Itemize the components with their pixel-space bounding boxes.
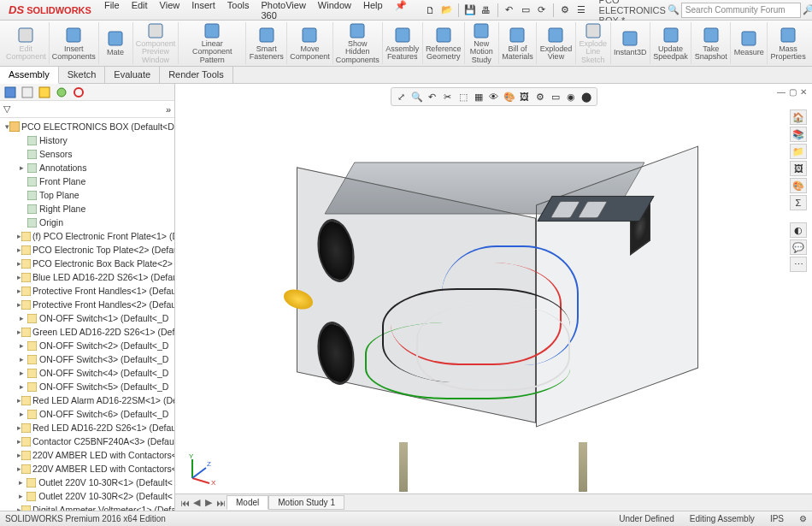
tab-assembly[interactable]: Assembly: [0, 67, 59, 84]
expand-icon[interactable]: ▸: [17, 163, 26, 172]
ribbon-bom[interactable]: Bill of Materials: [499, 22, 538, 64]
pv360-tab-icon[interactable]: ◐: [790, 222, 807, 238]
ribbon-reference-geometry[interactable]: Reference Geometry: [423, 22, 465, 64]
tree-component-item[interactable]: ▸Outlet 220V 10-30R<1> (Default<: [14, 476, 174, 489]
tab-nav-first-icon[interactable]: ⏮: [179, 498, 191, 508]
search-options-icon[interactable]: 🔎: [803, 4, 812, 15]
tree-component-item[interactable]: ▸220V AMBER LED with Contactors<2> (De: [14, 462, 174, 476]
config-manager-tab-icon[interactable]: [38, 86, 51, 99]
tree-item[interactable]: Origin: [14, 216, 174, 229]
status-units[interactable]: IPS: [770, 514, 784, 523]
design-library-icon[interactable]: 📚: [790, 127, 807, 142]
ribbon-assembly-features[interactable]: Assembly Features: [383, 22, 423, 64]
ribbon-instant3d[interactable]: Instant3D: [611, 22, 650, 64]
tree-component-item[interactable]: ▸ON-OFF Switch<3> (Default<_D: [14, 352, 174, 366]
tree-component-item[interactable]: ▸Protective Front Handles<2> (Default<: [14, 298, 174, 311]
tree-item[interactable]: History: [14, 133, 174, 147]
tree-component-item[interactable]: ▸Blue LED AD16-22D S26<1> (Default<: [14, 270, 174, 284]
expand-icon[interactable]: ▸: [17, 369, 26, 377]
tab-nav-last-icon[interactable]: ⏭: [215, 498, 227, 508]
tree-component-item[interactable]: ▸ON-OFF Switch<4> (Default<_D: [14, 366, 174, 380]
dimxpert-tab-icon[interactable]: [55, 86, 68, 99]
undo-icon[interactable]: ↶: [502, 3, 517, 18]
tree-component-item[interactable]: ▸ON-OFF Switch<2> (Default<_D: [14, 339, 174, 352]
tree-component-item[interactable]: ▸(f) PCO Electronic Front Plate<1> (Defa…: [14, 229, 174, 243]
tab-nav-prev-icon[interactable]: ◀: [191, 497, 203, 508]
custom-props-icon[interactable]: Σ: [790, 195, 807, 210]
ribbon-mate[interactable]: Mate: [99, 22, 133, 64]
ribbon-linear-pattern[interactable]: Linear Component Pattern: [179, 22, 246, 64]
tree-component-item[interactable]: ▸Protective Front Handles<1> (Default<: [14, 284, 174, 298]
rebuild-icon[interactable]: ⟳: [534, 3, 550, 18]
expand-icon[interactable]: ▸: [17, 314, 26, 322]
mdi-close-icon[interactable]: ✕: [800, 87, 807, 97]
tree-component-item[interactable]: ▸ON-OFF Switch<6> (Default<_D: [14, 407, 174, 421]
forum-tab-icon[interactable]: 💬: [790, 239, 807, 255]
tab-render-tools[interactable]: Render Tools: [160, 67, 233, 83]
ribbon-exploded-view[interactable]: Exploded View: [537, 22, 575, 64]
expand-icon[interactable]: ▸: [17, 478, 26, 487]
ribbon-snapshot[interactable]: Take Snapshot: [691, 22, 731, 64]
flyout-expand-icon[interactable]: »: [166, 104, 171, 115]
tree-component-item[interactable]: ▸Digital Ammeter Voltmeter<1> (Default<: [14, 503, 174, 511]
tree-component-item[interactable]: ▸Outlet 220V 10-30R<2> (Default<: [14, 489, 174, 503]
tree-component-item[interactable]: ▸Red LED AD16-22D S26<1> (Default<: [14, 421, 174, 434]
select-icon[interactable]: ▭: [518, 3, 533, 18]
tree-component-item[interactable]: ▸ON-OFF Switch<1> (Default<_D: [14, 311, 174, 325]
ribbon-speedpak[interactable]: Update Speedpak: [650, 22, 691, 64]
expand-icon[interactable]: ▸: [17, 341, 26, 350]
model-viewport[interactable]: [180, 101, 788, 492]
ribbon-mass-properties[interactable]: Mass Properties: [768, 22, 809, 64]
settings-icon[interactable]: ☰: [574, 3, 589, 18]
tree-item[interactable]: Front Plane: [14, 174, 174, 188]
tab-evaluate[interactable]: Evaluate: [105, 67, 160, 83]
expand-icon[interactable]: ▸: [17, 355, 26, 363]
tree-component-item[interactable]: ▸ON-OFF Switch<5> (Default<_D: [14, 380, 174, 393]
graphics-area[interactable]: — ▢ ✕ ⤢ 🔍 ↶ ✂ ⬚ ▦ 👁 🎨 🖼 ⚙ ▭ ◉ ⬤ 🏠 📚 📁 🖼 …: [175, 84, 812, 511]
tab-sketch[interactable]: Sketch: [59, 67, 106, 83]
mdi-maximize-icon[interactable]: ▢: [789, 87, 797, 97]
sw-resources-icon[interactable]: 🏠: [790, 109, 807, 125]
appearances-icon[interactable]: 🎨: [790, 178, 807, 193]
ribbon-show-hidden[interactable]: Show Hidden Components: [333, 22, 383, 64]
save-icon[interactable]: 💾: [462, 3, 478, 18]
tree-item[interactable]: Sensors: [14, 147, 174, 161]
feature-tree-tab-icon[interactable]: [3, 86, 17, 99]
expand-icon[interactable]: ▸: [17, 410, 26, 418]
new-doc-icon[interactable]: 🗋: [423, 3, 438, 18]
mdi-minimize-icon[interactable]: —: [777, 87, 786, 97]
tree-item[interactable]: ▸Annotations: [14, 161, 174, 174]
ribbon-measure[interactable]: Measure: [731, 22, 768, 64]
ribbon-move-component[interactable]: Move Component: [287, 22, 333, 64]
file-explorer-icon[interactable]: 📁: [790, 144, 807, 159]
tree-component-item[interactable]: ▸PCO Electronic Box Back Plate<2> (Defau: [14, 257, 174, 270]
search-input[interactable]: Search Community Forum: [681, 3, 801, 18]
tree-component-item[interactable]: ▸Contactor C25BNF240A<3> (Default<: [14, 434, 174, 448]
options-icon[interactable]: ⚙: [557, 3, 573, 18]
ribbon-motion-study[interactable]: New Motion Study: [465, 22, 499, 64]
expand-icon[interactable]: ▸: [17, 492, 26, 500]
tree-component-item[interactable]: ▸PCO Electronic Top Plate<2> (Default<: [14, 243, 174, 257]
tree-component-item[interactable]: ▸Green LED AD16-22D S26<1> (Default<: [14, 325, 174, 339]
view-triad[interactable]: X Y Z: [184, 452, 218, 487]
open-doc-icon[interactable]: 📂: [439, 3, 455, 18]
motion-study-tab[interactable]: Motion Study 1: [268, 495, 344, 510]
filter-icon[interactable]: ▽: [3, 103, 10, 115]
tree-item[interactable]: Top Plane: [14, 188, 174, 202]
tab-nav-next-icon[interactable]: ▶: [203, 497, 215, 508]
ribbon-insert-components[interactable]: Insert Components: [50, 22, 99, 64]
tree-root-assembly[interactable]: ▾ PCO ELECTRONICS BOX (Default<Display S…: [2, 120, 174, 133]
model-tab[interactable]: Model: [227, 495, 268, 510]
feature-tree[interactable]: ▾ PCO ELECTRONICS BOX (Default<Display S…: [0, 118, 174, 511]
tree-item[interactable]: Right Plane: [14, 202, 174, 216]
display-manager-tab-icon[interactable]: [72, 86, 85, 99]
tree-component-item[interactable]: ▸220V AMBER LED with Contactors<1> (De: [14, 448, 174, 462]
print-icon[interactable]: 🖶: [479, 3, 494, 18]
search-icon[interactable]: 🔍: [668, 4, 680, 15]
more-tab-icon[interactable]: ⋯: [790, 257, 807, 272]
status-options-icon[interactable]: ⚙: [799, 514, 807, 523]
expand-icon[interactable]: ▸: [17, 382, 26, 391]
property-manager-tab-icon[interactable]: [21, 86, 34, 99]
tree-component-item[interactable]: ▸Red LED Alarm AD16-22SM<1> (Default<<: [14, 393, 174, 407]
ribbon-smart-fasteners[interactable]: Smart Fasteners: [246, 22, 287, 64]
